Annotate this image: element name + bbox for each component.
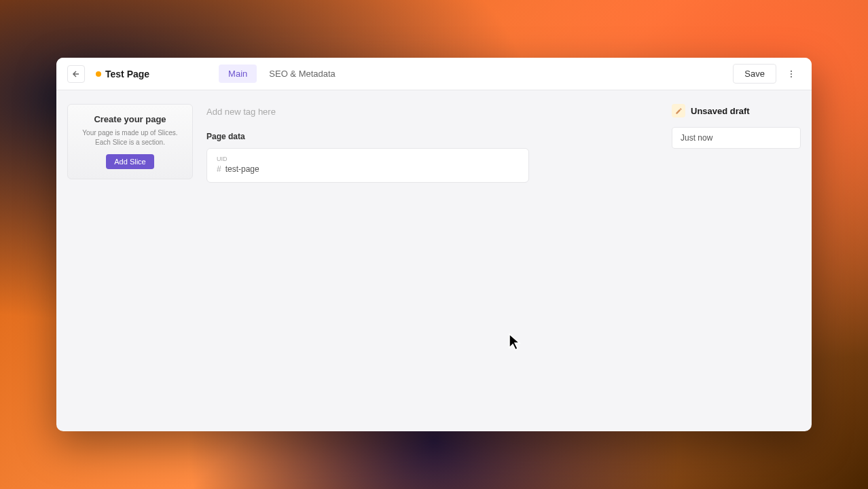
draft-label: Unsaved draft [691,106,750,116]
page-data-label: Page data [206,132,529,141]
left-panel: Create your page Your page is made up of… [67,104,193,418]
create-page-card: Create your page Your page is made up of… [67,104,193,179]
header: Test Page Main SEO & Metadata Save [56,58,812,90]
tag-input[interactable] [206,104,529,120]
draft-status: Unsaved draft [672,104,801,117]
tab-main[interactable]: Main [219,65,257,83]
page-title: Test Page [105,69,149,79]
arrow-left-icon [71,69,81,79]
add-slice-button[interactable]: Add Slice [106,154,153,169]
svg-point-0 [791,70,792,71]
tab-seo-metadata[interactable]: SEO & Metadata [259,65,345,83]
page-title-wrap: Test Page [96,69,149,79]
svg-point-1 [791,73,792,74]
tabs: Main SEO & Metadata [219,65,345,83]
status-dot-icon [96,71,101,77]
version-item[interactable]: Just now [672,127,801,149]
create-title: Create your page [76,114,184,124]
save-button[interactable]: Save [733,64,776,84]
hash-icon: # [217,164,221,174]
uid-card[interactable]: UID # test-page [206,148,529,183]
content: Create your page Your page is made up of… [56,90,812,431]
header-actions: Save [733,64,801,84]
right-panel: Unsaved draft Just now [672,104,801,418]
uid-value-row: # test-page [217,164,519,174]
uid-value: test-page [225,164,259,174]
dots-vertical-icon [786,69,796,79]
main-panel: Page data UID # test-page [206,104,529,418]
uid-label: UID [217,156,519,162]
back-button[interactable] [67,65,85,83]
create-description: Your page is made up of Slices. Each Sli… [76,128,184,147]
pencil-icon [672,104,685,117]
more-button[interactable] [782,65,801,84]
app-window: Test Page Main SEO & Metadata Save Creat… [56,58,812,431]
svg-point-2 [791,76,792,77]
